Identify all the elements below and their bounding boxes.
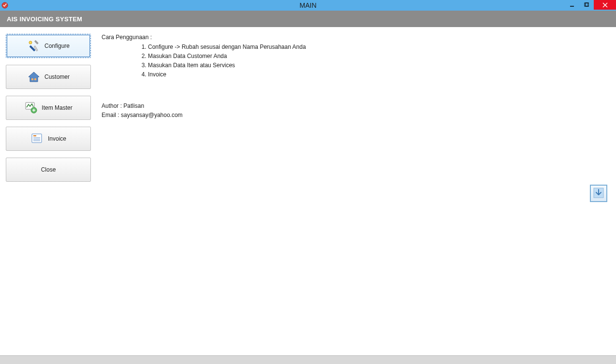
email-line: Email : saysansay@yahoo.com <box>102 111 611 120</box>
app-icon <box>1 1 9 9</box>
customer-label: Customer <box>44 73 70 80</box>
usage-step: Masukan Data Customer Anda <box>148 52 611 61</box>
usage-step: Invoice <box>148 70 611 79</box>
minimize-button[interactable] <box>565 0 579 10</box>
item-master-label: Item Master <box>42 104 72 111</box>
configure-label: Configure <box>44 43 70 49</box>
invoice-button[interactable]: Invoice <box>6 127 91 151</box>
svg-rect-3 <box>586 3 589 6</box>
close-window-button[interactable] <box>594 0 616 10</box>
svg-point-11 <box>34 78 36 80</box>
svg-rect-14 <box>32 134 42 143</box>
customer-button[interactable]: Customer <box>6 65 91 89</box>
close-label: Close <box>41 166 56 173</box>
configure-button[interactable]: Configure <box>6 34 91 58</box>
status-bar <box>0 355 616 364</box>
app-header-title: AIS INVOICING SYSTEM <box>7 15 82 23</box>
close-button[interactable]: Close <box>6 158 91 182</box>
app-header: AIS INVOICING SYSTEM <box>0 11 616 27</box>
svg-rect-2 <box>585 3 588 6</box>
usage-steps: Configure -> Rubah sesusai dengan Nama P… <box>148 43 611 79</box>
svg-point-10 <box>31 78 33 80</box>
maximize-button[interactable] <box>579 0 594 10</box>
workspace: Configure Customer Item M <box>0 27 616 355</box>
usage-step: Masukan Data Item atau Services <box>148 61 611 70</box>
usage-heading: Cara Penggunaan : <box>102 34 611 41</box>
usage-step: Configure -> Rubah sesusai dengan Nama P… <box>148 43 611 52</box>
window-title: MAIN <box>300 1 317 9</box>
download-arrow-icon <box>593 188 604 200</box>
item-master-icon <box>24 101 38 115</box>
sidebar: Configure Customer Item M <box>0 27 97 355</box>
author-line: Author : Patlisan <box>102 102 611 111</box>
invoice-icon <box>30 132 44 146</box>
titlebar: MAIN <box>0 0 616 11</box>
invoice-label: Invoice <box>48 135 66 142</box>
item-master-button[interactable]: Item Master <box>6 96 91 120</box>
home-people-icon <box>27 70 41 84</box>
download-button[interactable] <box>590 185 607 202</box>
tools-icon <box>27 39 41 53</box>
svg-rect-8 <box>34 40 39 44</box>
svg-point-7 <box>29 41 32 44</box>
main-content: Cara Penggunaan : Configure -> Rubah ses… <box>97 27 616 355</box>
